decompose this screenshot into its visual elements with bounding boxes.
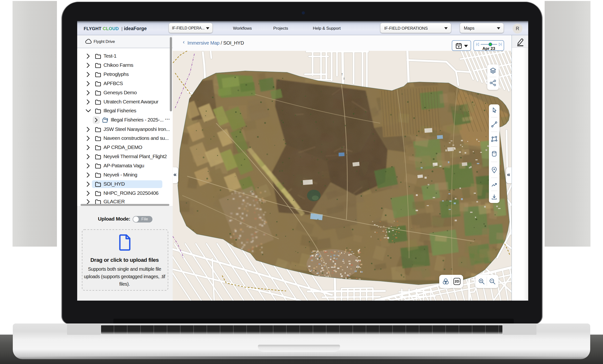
svg-text:↑: ↑ (341, 72, 343, 76)
svg-text:↓: ↓ (343, 76, 345, 80)
